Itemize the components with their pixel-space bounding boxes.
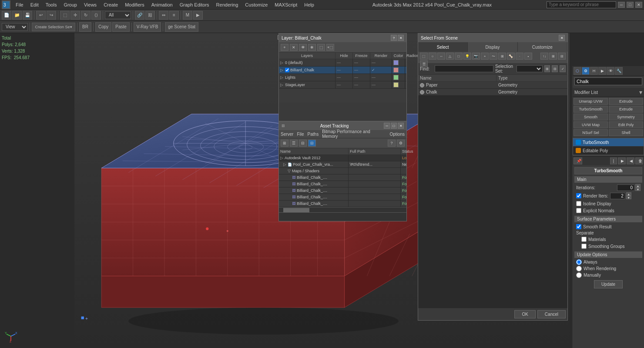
tb-align[interactable]: ≡: [169, 11, 179, 20]
hierarchy-tab-icon[interactable]: H: [590, 67, 598, 75]
render-iters-down[interactable]: ▼: [626, 196, 631, 199]
smooth-result-checkbox[interactable]: [576, 224, 581, 229]
asset-menu-file[interactable]: File: [297, 132, 304, 137]
layer-row-0[interactable]: ▷ 0 (default) — — —: [279, 59, 406, 67]
smoothing-groups-checkbox[interactable]: [581, 244, 587, 249]
tb-copy[interactable]: Copy: [95, 22, 111, 32]
asset-settings-btn[interactable]: ⚙: [397, 140, 405, 147]
sel-container-btn[interactable]: ⊞: [498, 53, 506, 60]
shell-btn[interactable]: Shell: [609, 129, 643, 136]
asset-minimize-btn[interactable]: ─: [384, 123, 390, 129]
layer-active-checkbox[interactable]: [285, 68, 289, 72]
asset-row-pool[interactable]: ▷ 📄 Pool_Cue_Chalk_vra... \R0\d\trend...…: [279, 161, 406, 168]
asset-row-vault[interactable]: ▷ Autodesk Vault 2012 Logged Out (...: [279, 155, 406, 161]
asset-tb-btn4[interactable]: ⊟: [308, 140, 316, 147]
sel-sort-btn[interactable]: ↑↓: [540, 53, 548, 60]
close-button[interactable]: ✕: [635, 2, 642, 8]
scene-ok-btn[interactable]: OK: [514, 310, 535, 318]
asset-row-chalk3[interactable]: 🖼 Billiard_Chalk_.... Found: [279, 187, 406, 194]
sel-none-btn[interactable]: ○: [429, 53, 436, 60]
layer-radiosity-0[interactable]: [405, 59, 406, 66]
tab-display[interactable]: Display: [468, 42, 517, 52]
asset-row-maps[interactable]: ▽ Maps / Shaders: [279, 168, 406, 174]
unwrap-uvw-btn[interactable]: Unwrap UVW: [574, 98, 608, 105]
stack-nav-btn2[interactable]: ▶: [618, 157, 626, 164]
layer-hide-0[interactable]: —: [335, 59, 353, 66]
tb-vray-vfb[interactable]: V-Ray VFB: [134, 22, 161, 32]
layer-hide-billiard[interactable]: —: [335, 67, 353, 74]
tb-rotate[interactable]: ↻: [81, 11, 91, 20]
menu-animation[interactable]: Animation: [148, 1, 176, 8]
sel-light-btn[interactable]: 💡: [463, 53, 471, 60]
tb-select[interactable]: ⬚: [60, 11, 70, 20]
layer-close-btn[interactable]: ✕: [398, 35, 404, 41]
render-iters-up[interactable]: ▲: [626, 192, 631, 196]
render-iters-checkbox[interactable]: [576, 193, 581, 198]
layer-color-stage[interactable]: [392, 81, 405, 88]
modifier-list-arrow[interactable]: ▾: [639, 89, 642, 96]
smooth-btn[interactable]: Smooth: [574, 114, 608, 120]
layer-hide-lights[interactable]: —: [335, 74, 353, 81]
extrude2-btn[interactable]: Extrude: [609, 106, 643, 113]
stack-delete-btn[interactable]: 🗑: [635, 157, 643, 164]
asset-maximize-btn[interactable]: □: [391, 123, 397, 129]
manually-radio[interactable]: [576, 272, 582, 278]
sel-geo-btn[interactable]: △: [446, 53, 454, 60]
stack-pin-btn[interactable]: 📌: [574, 157, 582, 164]
menu-maxscript[interactable]: MAXScript: [271, 1, 301, 8]
layer-hide-btn[interactable]: 👁: [299, 44, 307, 51]
layer-radiosity-lights[interactable]: [405, 74, 406, 81]
layer-row-billiard-chalk[interactable]: ▷ Billiard_Chalk — — ✓: [279, 67, 406, 74]
layer-row-lights[interactable]: ▷ Lights — — —: [279, 74, 406, 81]
tb-link[interactable]: 🔗: [135, 11, 144, 20]
motion-tab-icon[interactable]: ▶: [598, 67, 606, 75]
view-dropdown[interactable]: View: [2, 23, 28, 31]
layer-render-lights[interactable]: —: [370, 74, 392, 81]
tb-paste[interactable]: Paste: [112, 22, 130, 32]
minimize-button[interactable]: ─: [618, 2, 625, 8]
layer-color-lights[interactable]: [392, 74, 405, 81]
when-rendering-radio[interactable]: [576, 266, 582, 271]
asset-row-chalk1[interactable]: 🖼 Billiard_Chalk_.... Found: [279, 174, 406, 181]
sel-shape-btn[interactable]: □: [455, 53, 463, 60]
select-close-btn[interactable]: ✕: [559, 35, 565, 41]
sel-set-dropdown[interactable]: [517, 65, 542, 72]
selection-filter-dropdown[interactable]: All: [105, 11, 131, 19]
layer-color-billiard[interactable]: [392, 67, 405, 74]
tb-open[interactable]: 📁: [12, 11, 22, 20]
sel-invert-btn[interactable]: ↔: [437, 53, 445, 60]
layer-freeze-0[interactable]: —: [353, 59, 370, 66]
sel-set-btn1[interactable]: ⊞: [544, 65, 550, 72]
iterations-up[interactable]: ▲: [635, 184, 641, 187]
asset-help-btn[interactable]: ?: [388, 140, 396, 147]
object-name-input[interactable]: [574, 77, 642, 85]
tab-customize[interactable]: Customize: [518, 42, 567, 52]
layer-radiosity-billiard[interactable]: [405, 67, 406, 74]
tb-save[interactable]: 💾: [23, 11, 32, 20]
always-radio[interactable]: [576, 259, 582, 265]
modifier-stack-item-editablepoly[interactable]: Editable Poly: [573, 147, 644, 155]
maximize-button[interactable]: □: [627, 2, 634, 8]
sel-collapse-btn[interactable]: ⊟: [558, 53, 566, 60]
menu-create[interactable]: Create: [100, 1, 121, 8]
asset-tb-btn3[interactable]: ⊟: [299, 140, 307, 147]
tb-redo[interactable]: ↪: [47, 11, 56, 20]
sel-all-btn[interactable]: ⬚: [420, 53, 428, 60]
asset-scroll-thumb[interactable]: [283, 208, 309, 212]
layer-render-0[interactable]: —: [370, 59, 392, 66]
layer-freeze-stage[interactable]: —: [353, 81, 370, 88]
render-iters-input[interactable]: [610, 193, 625, 199]
asset-close-btn[interactable]: ✕: [398, 123, 404, 129]
tb-scene-stat[interactable]: ge Scene Stat: [165, 22, 198, 32]
asset-tb-btn2[interactable]: ☰: [290, 140, 298, 147]
uvw-map-btn[interactable]: UVW Map: [574, 121, 608, 128]
menu-rendering[interactable]: Rendering: [213, 1, 242, 8]
symmetry-btn[interactable]: Symmetry: [609, 114, 643, 120]
iterations-down[interactable]: ▼: [635, 187, 641, 191]
tb-br[interactable]: BR: [79, 22, 91, 32]
layer-freeze-billiard[interactable]: —: [353, 67, 370, 74]
menu-tools[interactable]: Tools: [42, 1, 60, 8]
layer-select-obj-btn[interactable]: ⬚: [317, 44, 325, 51]
scene-row-chalk[interactable]: Chalk Geometry: [418, 89, 567, 96]
sel-warps-btn[interactable]: 〜: [490, 53, 497, 60]
